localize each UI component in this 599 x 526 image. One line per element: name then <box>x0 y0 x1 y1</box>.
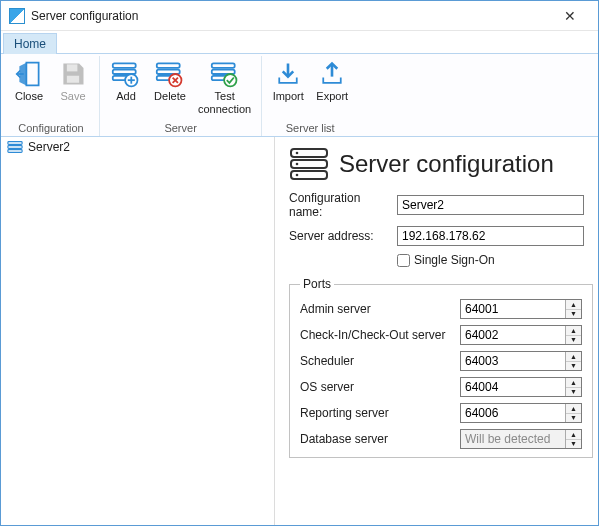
spin-up-icon[interactable]: ▲ <box>566 326 581 336</box>
spinner-buttons[interactable]: ▲▼ <box>565 352 581 370</box>
reporting-port-spinner[interactable]: ▲▼ <box>460 403 582 423</box>
spin-down-icon[interactable]: ▼ <box>566 414 581 423</box>
cico-port-input[interactable] <box>461 326 565 344</box>
app-icon <box>9 8 25 24</box>
add-button-label: Add <box>116 90 136 103</box>
cico-port-spinner[interactable]: ▲▼ <box>460 325 582 345</box>
ribbon-group-serverlist: Import Export Server list <box>262 56 358 136</box>
server-address-input[interactable] <box>397 226 584 246</box>
database-port-label: Database server <box>300 432 460 446</box>
admin-port-input[interactable] <box>461 300 565 318</box>
spinner-buttons[interactable]: ▲▼ <box>565 326 581 344</box>
svg-rect-4 <box>113 63 136 67</box>
server-icon <box>7 140 23 154</box>
export-icon <box>316 58 348 90</box>
reporting-port-label: Reporting server <box>300 406 460 420</box>
spin-up-icon: ▲ <box>566 430 581 440</box>
detail-header: Server configuration <box>289 147 584 181</box>
ports-fieldset: Ports Admin server ▲▼ Check-In/Check-Out… <box>289 277 593 458</box>
svg-rect-16 <box>211 63 234 67</box>
os-port-input[interactable] <box>461 378 565 396</box>
spin-up-icon[interactable]: ▲ <box>566 300 581 310</box>
ports-legend: Ports <box>300 277 334 291</box>
spin-down-icon[interactable]: ▼ <box>566 362 581 371</box>
close-door-icon <box>13 58 45 90</box>
svg-rect-22 <box>8 142 22 145</box>
test-connection-button[interactable]: Test connection <box>192 56 257 115</box>
delete-button-label: Delete <box>154 90 186 103</box>
config-name-input[interactable] <box>397 195 584 215</box>
save-button[interactable]: Save <box>51 56 95 103</box>
server-large-icon <box>289 147 329 181</box>
spin-down-icon[interactable]: ▼ <box>566 310 581 319</box>
server-test-icon <box>209 58 241 90</box>
server-delete-icon <box>154 58 186 90</box>
spinner-buttons[interactable]: ▲▼ <box>565 300 581 318</box>
spin-up-icon[interactable]: ▲ <box>566 404 581 414</box>
server-add-icon <box>110 58 142 90</box>
ribbon-tabstrip: Home <box>1 31 598 53</box>
export-button-label: Export <box>316 90 348 103</box>
spin-down-icon[interactable]: ▼ <box>566 336 581 345</box>
detail-pane: Server configuration Configuration name:… <box>275 137 598 525</box>
titlebar: Server configuration ✕ <box>1 1 598 31</box>
svg-rect-0 <box>26 63 38 86</box>
svg-rect-23 <box>8 146 22 149</box>
sso-checkbox[interactable] <box>397 254 410 267</box>
spin-up-icon[interactable]: ▲ <box>566 378 581 388</box>
save-button-label: Save <box>60 90 85 103</box>
svg-point-29 <box>296 163 299 166</box>
svg-rect-2 <box>67 64 78 71</box>
detail-title: Server configuration <box>339 150 554 178</box>
window-close-button[interactable]: ✕ <box>550 2 590 30</box>
svg-point-28 <box>296 152 299 155</box>
ribbon: Close Save Configuration <box>1 53 598 137</box>
tab-home[interactable]: Home <box>3 33 57 54</box>
ribbon-group-server: Add <box>100 56 262 136</box>
close-button[interactable]: Close <box>7 56 51 103</box>
ribbon-group-label-server: Server <box>104 121 257 136</box>
server-config-window: Server configuration ✕ Home <box>0 0 599 526</box>
svg-point-19 <box>224 74 236 86</box>
spin-up-icon[interactable]: ▲ <box>566 352 581 362</box>
spinner-buttons[interactable]: ▲▼ <box>565 378 581 396</box>
close-button-label: Close <box>15 90 43 103</box>
import-button[interactable]: Import <box>266 56 310 103</box>
svg-point-30 <box>296 174 299 177</box>
scheduler-port-input[interactable] <box>461 352 565 370</box>
ribbon-group-configuration: Close Save Configuration <box>3 56 100 136</box>
spin-down-icon[interactable]: ▼ <box>566 388 581 397</box>
cico-port-label: Check-In/Check-Out server <box>300 328 460 342</box>
spinner-buttons: ▲▼ <box>565 430 581 448</box>
save-disk-icon <box>57 58 89 90</box>
server-address-label: Server address: <box>289 229 397 243</box>
svg-rect-3 <box>67 76 79 83</box>
test-connection-button-label: Test connection <box>198 90 251 115</box>
scheduler-port-spinner[interactable]: ▲▼ <box>460 351 582 371</box>
import-icon <box>272 58 304 90</box>
reporting-port-input[interactable] <box>461 404 565 422</box>
config-name-label: Configuration name: <box>289 191 397 219</box>
server-tree-pane: Server2 <box>1 137 275 525</box>
scheduler-port-label: Scheduler <box>300 354 460 368</box>
svg-rect-10 <box>157 63 180 67</box>
delete-button[interactable]: Delete <box>148 56 192 103</box>
add-button[interactable]: Add <box>104 56 148 103</box>
sso-label: Single Sign-On <box>414 253 495 267</box>
window-title: Server configuration <box>31 9 550 23</box>
tree-item-label: Server2 <box>28 140 70 154</box>
ribbon-group-label-serverlist: Server list <box>266 121 354 136</box>
export-button[interactable]: Export <box>310 56 354 103</box>
ribbon-group-label-configuration: Configuration <box>7 121 95 136</box>
spinner-buttons[interactable]: ▲▼ <box>565 404 581 422</box>
admin-port-spinner[interactable]: ▲▼ <box>460 299 582 319</box>
admin-port-label: Admin server <box>300 302 460 316</box>
os-port-label: OS server <box>300 380 460 394</box>
tree-item[interactable]: Server2 <box>1 137 274 157</box>
body-split: Server2 Server configuration <box>1 137 598 525</box>
os-port-spinner[interactable]: ▲▼ <box>460 377 582 397</box>
database-port-spinner: ▲▼ <box>460 429 582 449</box>
database-port-input <box>461 430 565 448</box>
spin-down-icon: ▼ <box>566 440 581 449</box>
import-button-label: Import <box>273 90 304 103</box>
